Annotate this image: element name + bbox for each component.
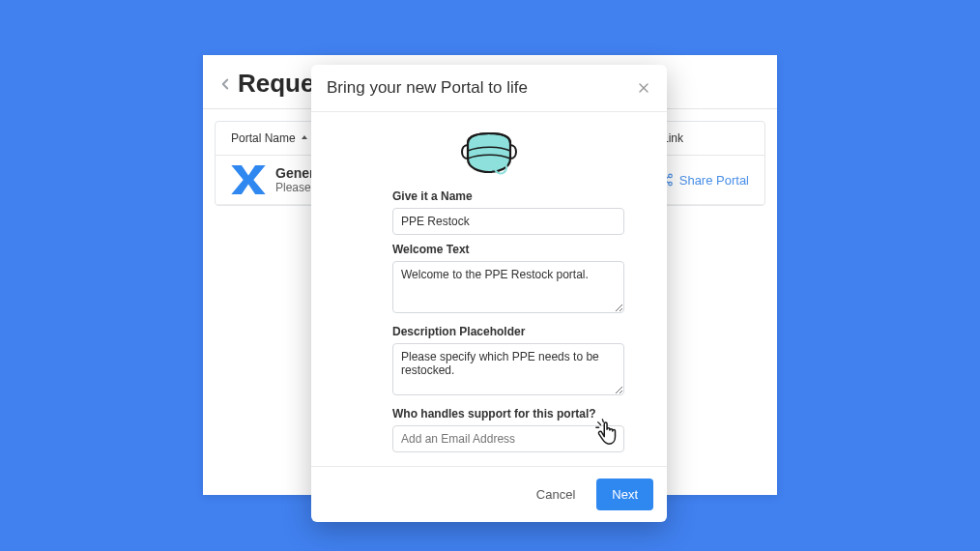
sort-asc-icon — [300, 133, 309, 143]
next-button[interactable]: Next — [596, 478, 653, 510]
cancel-button[interactable]: Cancel — [525, 479, 587, 509]
share-portal-link[interactable]: Share Portal — [660, 173, 749, 188]
support-email-input[interactable] — [392, 425, 624, 452]
modal-footer: Cancel Next — [311, 466, 667, 522]
welcome-label: Welcome Text — [392, 243, 648, 256]
col-link-label: Link — [662, 131, 749, 145]
portal-logo — [231, 165, 266, 194]
welcome-text-input[interactable] — [392, 261, 624, 313]
description-label: Description Placeholder — [392, 325, 648, 338]
portal-name-input[interactable] — [392, 208, 624, 235]
modal-body: Give it a Name Welcome Text Description … — [311, 112, 667, 460]
portal-icon-preview — [331, 130, 648, 178]
new-portal-modal: Bring your new Portal to life Give it a … — [311, 65, 667, 522]
modal-header: Bring your new Portal to life — [311, 65, 667, 112]
chevron-left-icon[interactable] — [216, 75, 234, 93]
svg-marker-0 — [231, 165, 265, 194]
col-name-label[interactable]: Portal Name — [231, 131, 296, 145]
modal-title: Bring your new Portal to life — [327, 78, 528, 98]
share-label: Share Portal — [679, 173, 749, 188]
name-label: Give it a Name — [392, 189, 648, 203]
description-input[interactable] — [392, 343, 624, 395]
mask-icon — [458, 130, 520, 178]
support-label: Who handles support for this portal? — [392, 407, 648, 420]
close-icon[interactable] — [636, 80, 651, 96]
